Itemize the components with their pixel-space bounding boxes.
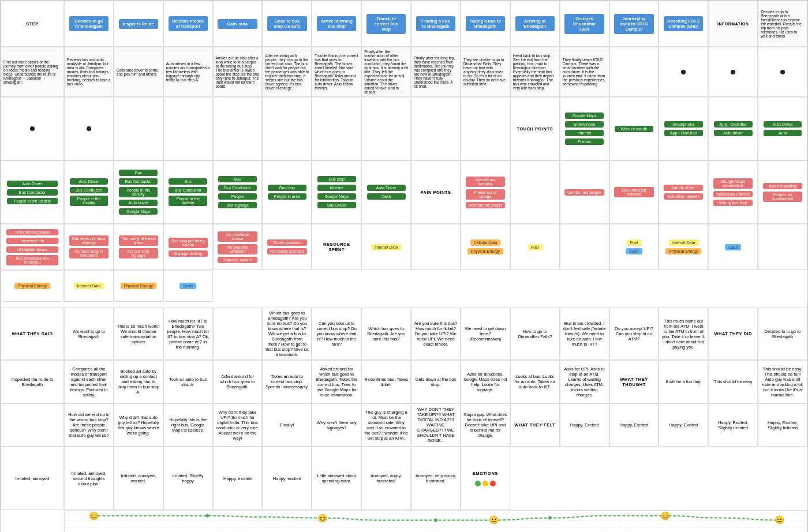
said-cell-10: Bus is too crowded. I don't feel safe (f… — [560, 308, 609, 360]
painpoint-tag-7-3: Bus schedules are unhelpful — [6, 255, 58, 265]
felt-cell-7: Irritated, annoyed, worried. — [114, 447, 163, 510]
emotion-legend — [475, 481, 496, 486]
timeline-dot-2 — [780, 70, 785, 74]
touchpoint-tag-6-1: Bus Conductor — [70, 187, 109, 193]
svg-text:😊: 😊 — [660, 511, 671, 521]
painpoint-tag-8-0: Bus does not have signage — [69, 235, 109, 246]
thought-cell-3 — [1, 403, 64, 447]
touch-cell-4: Auto DriverAuto — [758, 97, 807, 160]
resource-cell-12: Cash — [163, 270, 213, 302]
dot-cell-9 — [312, 97, 361, 160]
row-label-painpoints: PAIN POINTS — [411, 160, 461, 224]
thought-cell-5: Why didn't that auto guy tell us? Hopefu… — [114, 403, 163, 447]
dot-cell-8 — [262, 97, 312, 160]
said-cell-6: Which bus goes to Bhedagath. Are you sur… — [361, 308, 411, 360]
did-cell-10: Asks for directions. Google Maps does no… — [461, 360, 510, 403]
painpoint-tag-5-1: Inaccurate internet — [713, 191, 753, 197]
felt-cell-5: Irritated, annoyed — [1, 447, 64, 510]
info-cell-10: They are unable to go to Dhuandhar Falls… — [461, 47, 510, 97]
painpoint-tag-10-0: Bus stop not being helpful — [169, 238, 208, 248]
row-label-information: INFORMATION — [708, 1, 758, 47]
touchpoint-tag-12-1: Cash — [367, 193, 406, 200]
dot-cell-4 — [64, 97, 114, 160]
resource-tag-0-0: Internet Data — [371, 244, 401, 250]
said-cell-7: Are you sure this bus? How much for tick… — [411, 308, 461, 360]
info-cell-2: Reviews bus and auto available at Jabalp… — [64, 47, 114, 97]
thought-cell-7: Why don't they take UPI? So much for dig… — [213, 403, 263, 447]
spacer — [1, 302, 807, 308]
step-cell-5: Arrive at wrong bus stop — [312, 1, 361, 47]
said-cell-9: How to go to Dhuandhar Falls? — [510, 308, 560, 360]
resource-tag-2-1: Physical Energy — [467, 248, 503, 254]
touch-cell-2: SmartphoneApp - Ola/Uber — [659, 97, 708, 160]
emotions-svg: 😊😊😐😊😐😊😐😟😐😟😊😐😟😐😟 — [65, 511, 807, 532]
resource-tag-5-0: Fuel — [627, 239, 642, 246]
pain-cell-6: Bus not waitingPeople not coordinated — [758, 160, 807, 224]
step-label-12: Reaching IITKG Campus (END) — [664, 16, 703, 31]
touchpoint-tag-7-4: Google Maps — [119, 208, 158, 215]
painpoint-tag-9-0: Too many of these types — [119, 235, 158, 246]
pain-cell-11: No timetable shownNo properly availableS… — [213, 224, 263, 270]
touch-cell-6: Auto DriverBus ConductorPeople in the lo… — [64, 160, 114, 224]
step-cell-2: Decides modes of transport — [163, 1, 213, 47]
resource-tag-12-0: Cash — [179, 283, 196, 289]
painpoint-tag-5-2: Wrong bus stop — [713, 200, 753, 206]
dot-red — [490, 481, 496, 486]
did-cell-2: Compared all the modes of transport agai… — [64, 360, 114, 403]
felt-cell-3: Happy, Excited, Slightly Irritated — [708, 403, 758, 447]
row-label-thought: WHAT THEY THOUGHT — [609, 360, 659, 403]
touchpoint-tag-10-1: People in area — [268, 193, 306, 200]
dot-cell-6 — [163, 97, 213, 160]
row-label-emotions: EMOTIONS — [461, 447, 510, 510]
painpoint-tag-11-2: Signage system — [218, 257, 257, 263]
step-label-3: Calls auto — [218, 19, 257, 29]
svg-point-16 — [548, 516, 552, 520]
resource-tag-3-0: Fuel — [528, 244, 543, 250]
painpoint-tag-4-1: Schedule network — [664, 193, 703, 200]
step-cell-4: Goes to bus stop via auto — [262, 1, 312, 47]
touchpoint-tag-3-0: App - Ola/Uber — [714, 121, 753, 128]
resource-cell-6: Internet DataPhysical Energy — [659, 224, 708, 270]
timeline-dot-0 — [681, 70, 686, 74]
touchpoint-tag-9-3: Bus signage — [218, 202, 257, 208]
resource-cell-11: Physical Energy — [114, 270, 163, 302]
painpoint-tag-7-2: Unlabeled buses — [6, 246, 58, 253]
touchpoint-tag-3-1: Auto driver — [714, 130, 753, 136]
row-label-felt: WHAT THEY FELT — [510, 403, 560, 447]
painpoint-tag-5-0: Google Maps information — [713, 178, 753, 189]
painpoint-tag-11-1: No properly available — [218, 244, 257, 254]
touchpoint-tag-0-0: Google Maps — [565, 113, 604, 119]
info-cell-7: Trouble finding the correct bus that goe… — [312, 47, 361, 97]
touchpoint-tag-9-1: Bus Conductor — [218, 185, 257, 191]
dot-cell-5 — [114, 97, 163, 160]
painpoint-tag-7-0: Uninformed people — [6, 229, 58, 235]
painpoint-tag-9-1: No bus stop signage — [119, 248, 158, 258]
pain-cell-1 — [510, 160, 560, 224]
step-cell-7: Finding a bus to Bhedagath — [411, 1, 461, 47]
touch-cell-7: BusBus ConductorPeople in the activityAu… — [114, 160, 163, 224]
pain-cell-12: Similar situationNot easily solvable — [262, 224, 312, 270]
did-cell-3: Booked an auto by calling up a contact a… — [114, 360, 163, 403]
said-cell-11: Do you accept UPI? Can you stop at an AT… — [609, 308, 659, 360]
svg-text:😊: 😊 — [89, 511, 99, 521]
touchpoint-tag-1-0: Word of mouth — [615, 126, 653, 132]
thought-cell-9: Why aren't there any signages? — [312, 403, 361, 447]
touchpoint-tag-2-1: App - Ola/Uber — [664, 130, 703, 136]
row-label-touchpoints: TOUCH POINTS — [510, 97, 560, 160]
info-cell-4: Auto arrives in a few minutes and transp… — [163, 47, 213, 97]
step-cell-0: Decides to go to Bhedagath — [64, 1, 114, 47]
info-cell-11: Head back to bus stop. See the exit from… — [510, 47, 560, 97]
felt-cell-9: Happy, excited — [213, 447, 263, 510]
thought-cell-11: WHY DON'T THEY TAKE UPI?!! WHAT DIGITAL … — [411, 403, 461, 447]
touchpoint-tag-8-2: People in the activity — [169, 196, 207, 206]
resource-cell-2: Cellular DataPhysical Energy — [461, 224, 510, 270]
touchpoint-tag-6-2: People in the locality — [70, 196, 109, 206]
said-cell-2: How much for IIIT to Bhedagath? Two peop… — [163, 308, 213, 360]
resource-cell-5: FuelCash — [609, 224, 659, 270]
touchpoint-tag-5-1: Bus Conductor — [7, 189, 58, 196]
pain-cell-10: Bus stop not being helpfulSignage lackin… — [163, 224, 213, 270]
thought-cell-10: This guy is charging a lot. Must be the … — [361, 403, 411, 447]
painpoint-tag-11-0: No timetable shown — [218, 231, 257, 242]
touch-cell-11: Bus stopInternetGoogle MapsBus Driver — [312, 160, 361, 224]
painpoint-tag-10-1: Signage lacking — [169, 250, 208, 257]
